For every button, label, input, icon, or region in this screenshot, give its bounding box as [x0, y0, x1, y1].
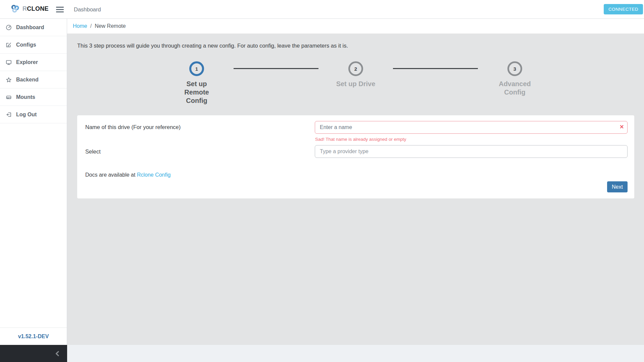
page-title: Dashboard: [74, 6, 101, 12]
sidebar-footer-bar: [0, 345, 67, 362]
sidebar-item-label: Explorer: [16, 59, 38, 65]
menu-hamburger-icon[interactable]: [56, 7, 64, 12]
step-2-label: Set up Drive: [327, 80, 384, 88]
collapse-sidebar-chevron-left-icon[interactable]: [54, 350, 60, 357]
step-1-circle: 1: [189, 61, 204, 76]
step-connector-1: [234, 68, 318, 69]
sidebar-item-configs[interactable]: Configs: [0, 36, 67, 54]
sidebar-item-logout[interactable]: Log Out: [0, 106, 67, 123]
sidebar-item-label: Mounts: [16, 94, 35, 100]
step-1-label: Set up Remote Config: [168, 80, 225, 105]
docs-text: Docs are available at Rclone Config: [85, 172, 170, 178]
remote-name-input[interactable]: [315, 121, 628, 134]
sidebar-item-explorer[interactable]: Explorer: [0, 54, 67, 71]
breadcrumb: Home / New Remote: [67, 19, 644, 34]
name-error-message: Sad! That name is already assigned or em…: [315, 137, 406, 142]
sidebar-item-label: Log Out: [16, 112, 37, 118]
configs-icon: [6, 42, 12, 48]
step-2-circle: 2: [348, 61, 363, 76]
docs-prefix: Docs are available at: [85, 172, 135, 178]
provider-field-label: Select: [85, 148, 101, 155]
top-bar: RCLONE Dashboard CONNECTED: [0, 0, 644, 19]
logout-icon: [6, 112, 12, 118]
step-3-circle: 3: [507, 61, 522, 76]
clear-name-x-icon[interactable]: ✕: [620, 124, 624, 130]
sidebar-item-label: Backend: [16, 77, 39, 83]
connection-status-badge[interactable]: CONNECTED: [604, 4, 643, 14]
rclone-logo-text: RCLONE: [22, 5, 49, 12]
next-button[interactable]: Next: [607, 181, 628, 192]
name-field-label: Name of this drive (For your reference): [85, 124, 181, 130]
dashboard-icon: [6, 24, 12, 31]
sidebar-item-dashboard[interactable]: Dashboard: [0, 19, 67, 36]
version-link[interactable]: v1.52.1-DEV: [0, 327, 67, 345]
main-content: This 3 step process will guide you throu…: [67, 34, 644, 345]
step-2-number: 2: [354, 66, 357, 72]
rclone-webui-app: RCLONE Dashboard CONNECTED Dashboard: [0, 0, 644, 362]
new-remote-form-card: Name of this drive (For your reference) …: [77, 115, 634, 198]
breadcrumb-current: New Remote: [95, 23, 126, 29]
step-connector-2: [393, 68, 478, 69]
rclone-logo[interactable]: RCLONE: [10, 4, 49, 13]
breadcrumb-home-link[interactable]: Home: [73, 23, 87, 29]
rclone-config-docs-link[interactable]: Rclone Config: [137, 172, 171, 178]
sidebar-item-label: Configs: [16, 42, 36, 48]
step-3-number: 3: [513, 66, 516, 72]
provider-type-input[interactable]: [315, 145, 628, 158]
intro-text: This 3 step process will guide you throu…: [77, 43, 348, 49]
breadcrumb-separator: /: [90, 23, 92, 29]
explorer-icon: [6, 59, 12, 65]
mounts-icon: [6, 94, 12, 100]
step-3-label: Advanced Config: [486, 80, 543, 97]
sidebar-item-mounts[interactable]: Mounts: [0, 88, 67, 106]
sidebar-item-label: Dashboard: [16, 24, 44, 31]
sidebar: Dashboard Configs Explorer: [0, 19, 67, 345]
footer-strip: [67, 345, 644, 362]
sidebar-item-backend[interactable]: Backend: [0, 71, 67, 88]
rclone-logo-icon: [10, 4, 20, 13]
step-1-number: 1: [195, 66, 198, 72]
backend-icon: [6, 77, 12, 83]
